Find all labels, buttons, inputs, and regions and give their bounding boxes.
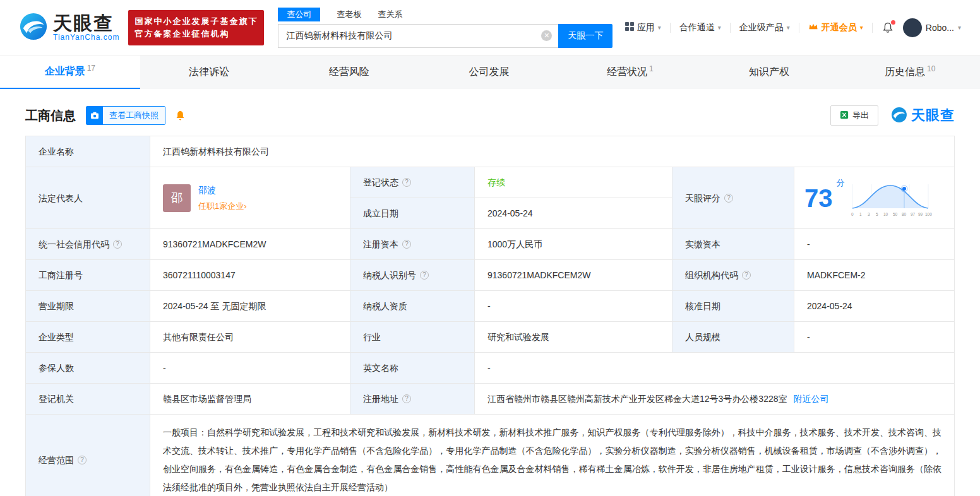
field-label-paid-capital: 实缴资本 — [672, 229, 794, 259]
field-label-credit-code: 统一社会信用代码 ? — [26, 229, 150, 259]
gov-certification-badge: 国家中小企业发展子基金旗下 官方备案企业征信机构 — [128, 10, 264, 45]
divider — [670, 23, 671, 33]
field-label-tianyan-score: 天眼评分 ? — [672, 167, 794, 228]
subscribe-bell-icon[interactable] — [174, 110, 186, 122]
nav-apps-label: 应用 — [637, 22, 655, 33]
field-value-reg-capital: 1000万人民币 — [475, 229, 672, 259]
field-value-reg-status: 存续 — [475, 167, 672, 198]
field-label-company-type: 企业类型 — [26, 322, 150, 352]
company-tab-bar: 企业背景 17 法律诉讼 经营风险 公司发展 经营状况 1 知识产权 历史信息 … — [0, 56, 980, 89]
legal-rep-positions-link[interactable]: 任职1家企业› — [198, 199, 247, 213]
tab-intellectual-property[interactable]: 知识产权 — [700, 56, 840, 89]
export-button[interactable]: 导出 — [830, 105, 878, 126]
business-info-table: 企业名称 江西钨新材料科技有限公司 法定代表人 邵 邵波 任职1家企业› 登记状… — [25, 136, 955, 496]
search-box: ✕ — [278, 24, 558, 48]
nearby-companies-link[interactable]: 附近公司 — [794, 392, 829, 406]
help-icon[interactable]: ? — [742, 271, 751, 280]
search-tab-relation[interactable]: 查关系 — [378, 8, 402, 21]
tab-history-info[interactable]: 历史信息 10 — [840, 56, 980, 89]
crown-icon — [808, 22, 818, 33]
address-text: 江西省赣州市赣县区赣州高新技术产业开发区稀金大道12号3号办公楼3228室 — [487, 392, 787, 406]
tab-label: 法律诉讼 — [189, 66, 229, 79]
score-distribution-chart: 0 1 3 5 10 50 80 97 99 100 — [849, 178, 932, 218]
label-text: 天眼评分 — [685, 191, 720, 205]
nav-enterprise-label: 企业级产品 — [739, 22, 784, 33]
legal-rep-note-text: 任职1家企业 — [198, 201, 244, 211]
tab-label: 企业背景 — [45, 65, 85, 78]
notification-dot — [891, 20, 895, 25]
view-snapshot-button[interactable]: 查看工商快照 — [86, 106, 165, 125]
field-label-reg-address: 注册地址 ? — [350, 384, 474, 414]
field-label-staff-size: 人员规模 — [672, 322, 794, 352]
field-label-taxpayer-quality: 纳税人资质 — [350, 291, 474, 321]
search-tab-company[interactable]: 查公司 — [278, 8, 320, 21]
help-icon[interactable]: ? — [402, 394, 411, 403]
tab-label: 知识产权 — [749, 66, 789, 79]
tab-operation-status[interactable]: 经营状况 1 — [560, 56, 700, 89]
field-label-reg-number: 工商注册号 — [26, 260, 150, 290]
nav-vip-label: 开通会员 — [822, 22, 857, 33]
divider — [872, 23, 873, 33]
field-value-taxpayer-id: 91360721MADKFCEM2W — [475, 260, 672, 290]
help-icon[interactable]: ? — [402, 240, 411, 249]
snapshot-button-label: 查看工商快照 — [103, 107, 165, 124]
user-account[interactable]: Robo... ▾ — [903, 18, 961, 37]
clear-search-icon[interactable]: ✕ — [541, 30, 552, 41]
svg-text:97: 97 — [911, 212, 916, 216]
svg-text:80: 80 — [902, 212, 907, 216]
field-value-insured-count: - — [150, 353, 350, 383]
help-icon[interactable]: ? — [113, 240, 122, 249]
chevron-down-icon: ▾ — [958, 24, 961, 31]
field-label-reg-authority: 登记机关 — [26, 384, 150, 414]
search-tab-boss[interactable]: 查老板 — [337, 8, 361, 21]
field-value-taxpayer-quality: - — [475, 291, 672, 321]
field-value-company-type: 其他有限责任公司 — [150, 322, 350, 352]
tab-operation-risk[interactable]: 经营风险 — [280, 56, 420, 89]
tab-count: 17 — [87, 64, 95, 73]
field-label-business-term: 营业期限 — [26, 291, 150, 321]
tab-company-development[interactable]: 公司发展 — [420, 56, 560, 89]
label-text: 注册地址 — [363, 392, 398, 406]
score-unit: 分 — [837, 176, 845, 190]
field-label-industry: 行业 — [350, 322, 474, 352]
help-icon[interactable]: ? — [402, 178, 411, 187]
help-icon[interactable]: ? — [78, 456, 87, 464]
export-button-label: 导出 — [852, 110, 869, 121]
field-value-credit-code: 91360721MADKFCEM2W — [150, 229, 350, 259]
svg-text:5: 5 — [876, 212, 878, 216]
excel-icon — [840, 110, 849, 121]
badge-line2: 官方备案企业征信机构 — [134, 28, 258, 40]
field-label-legal-rep: 法定代表人 — [26, 167, 150, 228]
nav-cooperation[interactable]: 合作通道 ▾ — [679, 22, 721, 33]
tab-company-background[interactable]: 企业背景 17 — [0, 56, 140, 89]
legal-rep-avatar[interactable]: 邵 — [163, 184, 191, 212]
field-label-company-name: 企业名称 — [26, 136, 150, 167]
tianyancha-watermark: 天眼查 — [891, 106, 955, 125]
help-icon[interactable]: ? — [724, 194, 733, 203]
chevron-down-icon: ▾ — [860, 24, 863, 31]
svg-text:100: 100 — [925, 212, 932, 216]
field-label-org-code: 组织机构代码 ? — [672, 260, 794, 290]
label-text: 统一社会信用代码 — [39, 237, 109, 251]
legal-rep-name-link[interactable]: 邵波 — [198, 183, 247, 197]
nav-vip-membership[interactable]: 开通会员 ▾ — [808, 22, 863, 33]
chevron-down-icon: ▾ — [658, 24, 661, 31]
help-icon[interactable]: ? — [420, 271, 429, 280]
nav-enterprise-products[interactable]: 企业级产品 ▾ — [739, 22, 790, 33]
field-value-business-term: 2024-05-24 至 无固定期限 — [150, 291, 350, 321]
nav-apps[interactable]: 应用 ▾ — [625, 22, 661, 33]
svg-text:3: 3 — [868, 212, 870, 216]
field-value-business-scope: 一般项目：自然科学研究和试验发展，工程和技术研究和试验发展，新材料技术研发，新材… — [150, 415, 954, 496]
tianyancha-logo[interactable]: 天眼查 TianYanCha.com — [19, 12, 119, 43]
field-label-english-name: 英文名称 — [350, 353, 474, 383]
watermark-logo-icon — [891, 107, 907, 125]
divider — [730, 23, 731, 33]
search-button[interactable]: 天眼一下 — [558, 24, 612, 48]
notification-bell[interactable] — [881, 21, 894, 34]
nav-cooperation-label: 合作通道 — [679, 22, 715, 33]
field-value-org-code: MADKFCEM-2 — [794, 260, 954, 290]
tab-legal-proceedings[interactable]: 法律诉讼 — [140, 56, 280, 89]
search-input[interactable] — [286, 31, 541, 41]
label-text: 经营范围 — [39, 453, 74, 467]
field-value-english-name: - — [475, 353, 954, 383]
